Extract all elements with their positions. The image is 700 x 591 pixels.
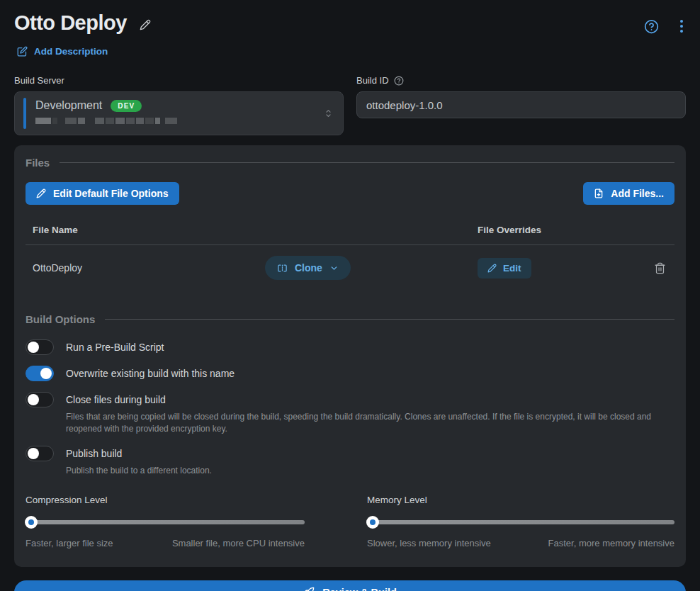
memory-level-slider[interactable]: [367, 516, 674, 529]
option-description: Publish the build to a different locatio…: [66, 465, 212, 477]
option-description: Files that are being copied will be clos…: [66, 411, 674, 435]
delete-file-icon[interactable]: [653, 262, 667, 274]
toggle-close-files-during-build[interactable]: [26, 392, 54, 407]
page-title: Otto Deploy: [14, 11, 127, 35]
help-icon[interactable]: [644, 19, 659, 34]
slider-track[interactable]: [367, 520, 674, 524]
build-id-input[interactable]: [356, 91, 686, 118]
chevron-down-icon: [329, 264, 339, 273]
kebab-menu-icon[interactable]: [677, 18, 686, 34]
slider-track[interactable]: [26, 520, 305, 524]
file-plus-icon: [594, 188, 604, 198]
files-section-header: Files: [26, 157, 674, 169]
selected-accent-bar: [23, 98, 26, 129]
toggle-overwrite-existing-build[interactable]: [26, 366, 54, 381]
clone-icon: [277, 263, 288, 274]
files-section-title: Files: [26, 157, 50, 169]
build-card: Files Edit Default File Options Add File…: [14, 145, 686, 567]
slider-max-hint: Faster, more memory intensive: [548, 538, 674, 548]
edit-default-file-options-button[interactable]: Edit Default File Options: [26, 182, 179, 205]
slider-min-hint: Slower, less memory intensive: [367, 538, 491, 548]
slider-min-hint: Faster, larger file size: [26, 538, 113, 548]
dev-badge: DEV: [111, 100, 142, 112]
toggle-publish-build[interactable]: [26, 446, 54, 461]
add-description-label: Add Description: [34, 46, 108, 57]
build-id-label: Build ID: [356, 75, 686, 86]
option-publish-build: Publish build Publish the build to a dif…: [26, 446, 674, 477]
clone-dropdown-button[interactable]: Clone: [265, 256, 351, 280]
chevrons-up-down-icon: [323, 108, 334, 119]
files-table: File Name File Overrides OttoDeploy Clon…: [26, 216, 674, 291]
toggle-run-prebuild-script[interactable]: [26, 339, 54, 355]
build-id-field: Build ID: [356, 75, 686, 135]
table-row: OttoDeploy Clone Edit: [26, 245, 674, 291]
file-name-cell: OttoDeploy: [33, 262, 265, 274]
compression-level-field: Compression Level Faster, larger file si…: [26, 495, 305, 548]
app-header: Otto Deploy: [14, 0, 686, 35]
redacted-server-address: [35, 118, 343, 124]
column-file-overrides: File Overrides: [478, 225, 667, 235]
build-id-help-icon[interactable]: [394, 76, 404, 86]
compression-level-slider[interactable]: [26, 516, 305, 529]
files-table-header: File Name File Overrides: [26, 216, 674, 245]
build-server-field: Build Server Development DEV: [14, 75, 344, 135]
build-options-section-header: Build Options: [26, 313, 674, 325]
rocket-icon: [303, 587, 315, 591]
slider-handle[interactable]: [366, 516, 379, 529]
slider-max-hint: Smaller file, more CPU intensive: [172, 538, 305, 548]
build-config-row: Build Server Development DEV: [14, 75, 686, 135]
review-and-build-button[interactable]: Review & Build: [14, 580, 686, 591]
compression-level-label: Compression Level: [26, 495, 305, 505]
build-server-label: Build Server: [14, 75, 344, 86]
section-divider: [60, 162, 674, 163]
edit-overrides-button[interactable]: Edit: [478, 258, 531, 278]
pencil-icon: [487, 264, 497, 273]
add-description-link[interactable]: Add Description: [17, 46, 108, 57]
build-server-selected-option: Development: [35, 99, 102, 112]
pencil-icon: [36, 188, 46, 198]
build-options-section-title: Build Options: [26, 313, 95, 325]
memory-level-field: Memory Level Slower, less memory intensi…: [367, 495, 674, 548]
section-divider: [105, 319, 674, 320]
pencil-square-icon: [17, 46, 28, 57]
slider-handle[interactable]: [25, 516, 38, 529]
add-files-button[interactable]: Add Files...: [583, 182, 674, 205]
edit-title-icon[interactable]: [140, 19, 151, 30]
memory-level-label: Memory Level: [367, 495, 674, 505]
page: Otto Deploy Add Description Build Server: [0, 0, 700, 567]
option-overwrite-existing-build: Overwrite existing build with this name: [26, 366, 674, 381]
build-server-select[interactable]: Development DEV: [14, 91, 344, 135]
column-file-name: File Name: [33, 225, 478, 235]
option-close-files-during-build: Close files during build Files that are …: [26, 392, 674, 435]
option-run-prebuild-script: Run a Pre-Build Script: [26, 339, 674, 355]
